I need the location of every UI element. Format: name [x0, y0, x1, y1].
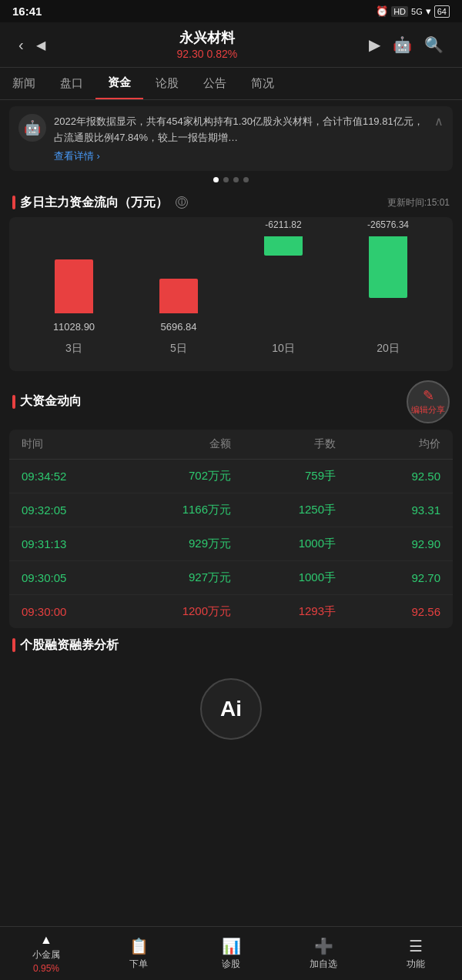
announce-text: 2022年报数据显示，共有454家机构持有1.30亿股永兴材料，合计市值119.… [54, 114, 427, 146]
row4-hands: 1000手 [231, 570, 336, 585]
bottom-stock: ▲ 小金属 0.95% [0, 933, 92, 974]
row5-amount: 1200万元 [126, 604, 231, 619]
col-header-amount: 金额 [126, 437, 231, 451]
fund-flow-title: 多日主力资金流向（万元） ⓘ [12, 195, 188, 211]
bar-label-20d: 20日 [377, 342, 400, 356]
table-header: 时间 金额 手数 均价 [9, 430, 453, 460]
bar-label-5d: 5日 [170, 342, 187, 356]
bar-group-20d: -26576.34 placeholder 20日 [336, 219, 440, 356]
bar-container-10d [264, 236, 303, 313]
tab-news[interactable]: 新闻 [0, 69, 48, 99]
bar-container-5d [159, 236, 198, 313]
dot-1 [213, 177, 219, 182]
analysis-section: 个股融资融券分析 [0, 628, 462, 663]
bottom-item-function[interactable]: ☰ 功能 [370, 937, 462, 971]
bar-20d [369, 236, 407, 298]
bar-container-3d [55, 236, 93, 313]
row3-time: 09:31:13 [22, 537, 126, 550]
fund-flow-chart: 11028.90 3日 5696.84 5日 -6211.82 placehol… [9, 217, 453, 371]
bar-10d [264, 236, 303, 256]
watchlist-label: 加自选 [310, 958, 337, 971]
tab-funds[interactable]: 资金 [95, 68, 143, 99]
dot-3 [233, 177, 239, 182]
prev-button[interactable]: ◀ [30, 35, 52, 55]
diagnose-label: 诊股 [222, 958, 240, 971]
info-icon[interactable]: ⓘ [176, 196, 188, 209]
table-row[interactable]: 09:30:00 1200万元 1293手 92.56 [9, 595, 453, 628]
search-button[interactable]: 🔍 [418, 32, 450, 57]
row5-price: 92.56 [336, 605, 440, 618]
announce-close-button[interactable]: ∧ [434, 114, 444, 129]
table-row[interactable]: 09:34:52 702万元 759手 92.50 [9, 460, 453, 493]
fund-flow-section-header: 多日主力资金流向（万元） ⓘ 更新时间:15:01 [0, 187, 462, 217]
5g-badge: 5G [411, 7, 423, 16]
row1-amount: 702万元 [126, 469, 231, 483]
bar-label-3d: 3日 [65, 342, 82, 356]
bottom-stock-label: 小金属 [32, 948, 60, 962]
table-row[interactable]: 09:31:13 929万元 1000手 92.90 [9, 527, 453, 561]
bar-value-20d: -26576.34 [367, 219, 409, 230]
row1-hands: 759手 [231, 469, 336, 483]
row3-amount: 929万元 [126, 537, 231, 551]
row3-price: 92.90 [336, 537, 440, 550]
big-money-section: 大资金动向 ✎ 编辑分享 时间 金额 手数 均价 09:34:52 702万元 … [0, 380, 462, 628]
row4-time: 09:30:05 [22, 571, 126, 584]
big-money-header: 大资金动向 ✎ 编辑分享 [0, 380, 462, 430]
table-row[interactable]: 09:32:05 1166万元 1250手 93.31 [9, 493, 453, 527]
bottom-stock-change: 0.95% [33, 963, 59, 974]
row2-hands: 1250手 [231, 503, 336, 517]
table-row[interactable]: 09:30:05 927万元 1000手 92.70 [9, 561, 453, 595]
tab-announcement[interactable]: 公告 [191, 69, 239, 99]
tab-summary[interactable]: 简况 [239, 69, 286, 99]
battery-icon: 64 [434, 5, 450, 18]
chart-bars: 11028.90 3日 5696.84 5日 -6211.82 placehol… [22, 232, 440, 356]
row1-time: 09:34:52 [22, 470, 126, 483]
announce-card: 🤖 2022年报数据显示，共有454家机构持有1.30亿股永兴材料，合计市值11… [9, 106, 453, 171]
bar-amount-5d: 5696.84 [161, 321, 197, 333]
bar-group-3d: 11028.90 3日 [22, 221, 126, 356]
next-button[interactable]: ▶ [363, 32, 387, 57]
function-icon: ☰ [409, 937, 423, 955]
col-header-time: 时间 [22, 437, 126, 451]
bar-label-10d: 10日 [272, 342, 295, 356]
share-button[interactable]: ✎ 编辑分享 [407, 380, 450, 423]
big-money-table: 时间 金额 手数 均价 09:34:52 702万元 759手 92.50 09… [9, 430, 453, 628]
row1-price: 92.50 [336, 470, 440, 483]
bar-group-10d: -6211.82 placeholder 10日 [231, 219, 336, 356]
big-money-title: 大资金动向 [12, 393, 82, 410]
fund-flow-update-time: 更新时间:15:01 [387, 196, 450, 209]
dot-2 [223, 177, 229, 182]
row3-hands: 1000手 [231, 537, 336, 551]
order-label: 下单 [129, 958, 148, 971]
row2-time: 09:32:05 [22, 503, 126, 517]
bar-amount-3d: 11028.90 [53, 321, 95, 333]
order-icon: 📋 [129, 937, 149, 955]
announce-content: 2022年报数据显示，共有454家机构持有1.30亿股永兴材料，合计市值119.… [54, 114, 427, 163]
bar-container-20d [369, 236, 407, 313]
row4-price: 92.70 [336, 571, 440, 584]
bottom-item-watchlist[interactable]: ➕ 加自选 [277, 937, 370, 971]
status-bar: 16:41 ⏰ HD 5G ▾ 64 [0, 0, 462, 22]
tab-lungu[interactable]: 论股 [143, 69, 191, 99]
col-header-hands: 手数 [231, 437, 336, 451]
tab-pankou[interactable]: 盘口 [48, 69, 95, 99]
ai-logo: Ai [200, 678, 262, 740]
bar-group-5d: 5696.84 5日 [126, 221, 231, 356]
bottom-item-diagnose[interactable]: 📊 诊股 [185, 937, 277, 971]
bar-3d [55, 259, 93, 313]
tab-bar: 新闻 盘口 资金 论股 公告 简况 [0, 68, 462, 100]
hd-badge: HD [391, 6, 408, 17]
robot-button[interactable]: 🤖 [387, 32, 418, 57]
bottom-bar: ▲ 小金属 0.95% 📋 下单 📊 诊股 ➕ 加自选 ☰ 功能 [0, 926, 462, 980]
function-label: 功能 [407, 958, 425, 971]
analysis-title: 个股融资融券分析 [12, 637, 450, 654]
ai-logo-area: Ai [0, 663, 462, 801]
announce-link[interactable]: 查看详情 › [54, 149, 427, 163]
bottom-item-order[interactable]: 📋 下单 [92, 937, 185, 971]
row4-amount: 927万元 [126, 570, 231, 585]
row2-price: 93.31 [336, 503, 440, 517]
stock-name: 永兴材料 [52, 28, 363, 47]
carousel-dots [0, 177, 462, 182]
back-button[interactable]: ‹ [12, 33, 30, 57]
up-arrow-icon: ▲ [40, 933, 52, 947]
